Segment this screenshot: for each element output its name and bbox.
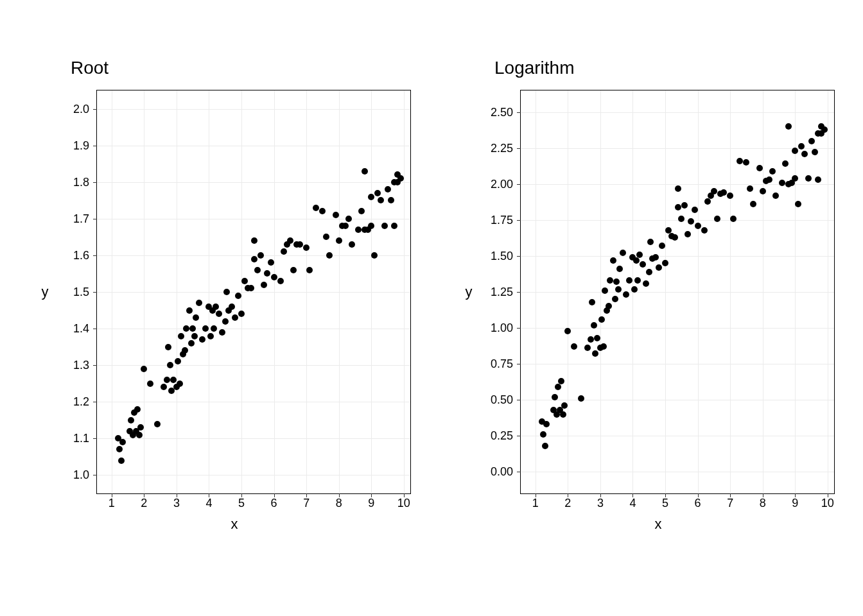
tick-label-x: 3	[597, 497, 604, 510]
tick-label-y: 2.00	[491, 177, 513, 191]
tick-label-x: 5	[662, 497, 668, 510]
grid-line-horizontal	[97, 182, 410, 183]
data-point	[678, 216, 684, 222]
data-point	[326, 252, 333, 259]
grid-line-horizontal	[97, 292, 410, 293]
tick-label-y: 1.3	[73, 359, 89, 372]
data-point	[388, 197, 394, 203]
data-point	[636, 252, 643, 258]
x-axis-label-log: x	[655, 516, 662, 533]
data-point	[264, 270, 270, 277]
data-point	[792, 175, 798, 182]
data-point	[714, 216, 720, 222]
tick-label-y: 0.25	[491, 429, 513, 443]
tick-mark-y	[517, 112, 521, 113]
tick-label-x: 8	[760, 497, 766, 510]
data-point	[371, 252, 378, 259]
tick-mark-y	[517, 148, 521, 149]
data-point	[232, 314, 238, 321]
grid-line-horizontal	[97, 146, 410, 146]
data-point	[186, 307, 193, 314]
data-point	[543, 421, 550, 427]
data-point	[615, 286, 622, 293]
data-point	[297, 241, 303, 248]
data-point	[684, 231, 691, 237]
data-point	[602, 287, 608, 294]
tick-label-y: 1.2	[73, 395, 89, 409]
data-point	[358, 208, 365, 214]
data-point	[600, 343, 607, 350]
tick-label-y: 1.8	[73, 175, 89, 189]
data-point	[251, 256, 257, 262]
tick-mark-y	[93, 365, 97, 366]
data-point	[607, 277, 613, 284]
data-point	[801, 151, 808, 157]
data-point	[191, 333, 198, 339]
data-point	[196, 300, 202, 306]
tick-mark-y	[517, 364, 521, 364]
tick-label-x: 7	[303, 497, 309, 510]
data-point	[643, 280, 649, 287]
data-point	[561, 402, 568, 409]
tick-label-x: 7	[727, 497, 733, 510]
tick-label-x: 10	[397, 497, 410, 510]
tick-label-x: 8	[336, 497, 342, 510]
data-point	[606, 303, 612, 309]
tick-mark-y	[93, 146, 97, 146]
data-point	[154, 421, 161, 427]
data-point	[251, 237, 257, 244]
data-point	[779, 180, 785, 186]
tick-label-x: 1	[532, 497, 539, 510]
tick-label-y: 0.00	[491, 465, 513, 479]
data-point	[213, 304, 219, 310]
data-point	[821, 126, 828, 133]
chart-title-log: Logarithm	[494, 58, 575, 78]
data-point	[188, 340, 195, 346]
data-point	[633, 257, 640, 264]
data-point	[792, 148, 798, 154]
data-point	[720, 189, 727, 196]
tick-label-x: 2	[141, 497, 147, 510]
data-point	[175, 358, 181, 364]
tick-label-y: 1.4	[73, 322, 89, 336]
data-point	[183, 325, 189, 332]
tick-label-y: 2.0	[73, 102, 89, 116]
data-point	[613, 278, 620, 285]
tick-mark-y	[517, 292, 521, 293]
y-axis-label-root: y	[42, 284, 49, 300]
data-point	[368, 194, 374, 200]
data-point	[323, 234, 329, 240]
panel-logarithm: Logarithm y x 123456789100.000.250.500.7…	[475, 71, 841, 545]
data-point	[287, 237, 293, 244]
data-point	[219, 329, 225, 336]
data-point	[303, 244, 309, 251]
data-point	[634, 277, 641, 284]
tick-label-y: 1.25	[491, 286, 513, 299]
data-point	[211, 325, 217, 332]
tick-mark-y	[93, 182, 97, 183]
data-point	[598, 316, 605, 323]
plot-area-log: 123456789100.000.250.500.751.001.251.501…	[520, 90, 835, 494]
tick-label-y: 1.5	[73, 286, 89, 299]
tick-label-y: 1.1	[73, 432, 89, 445]
data-point	[701, 227, 708, 234]
data-point	[128, 417, 134, 424]
grid-line-horizontal	[521, 112, 834, 113]
data-point	[589, 299, 595, 305]
data-point	[290, 267, 297, 273]
data-point	[612, 296, 618, 302]
tick-mark-y	[517, 328, 521, 329]
tick-label-y: 0.75	[491, 357, 513, 371]
data-point	[378, 197, 384, 203]
data-point	[202, 325, 209, 332]
tick-mark-y	[517, 436, 521, 436]
data-point	[584, 345, 591, 351]
data-point	[268, 259, 274, 266]
data-point	[345, 216, 352, 222]
data-point	[207, 333, 214, 339]
tick-mark-y	[93, 438, 97, 439]
data-point	[681, 202, 688, 209]
grid-line-horizontal	[521, 220, 834, 221]
data-point	[216, 311, 222, 317]
data-point	[178, 333, 184, 339]
